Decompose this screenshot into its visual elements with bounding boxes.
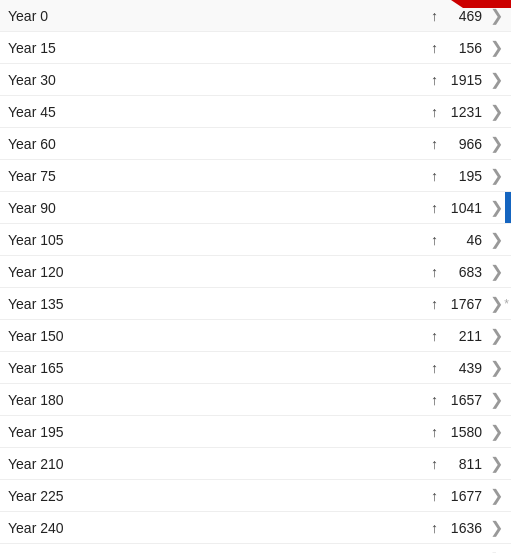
value-number: 1231 [442, 104, 482, 120]
chevron-right-icon: ❯ [490, 134, 503, 153]
value-number: 1677 [442, 488, 482, 504]
year-label: Year 90 [8, 200, 402, 216]
up-arrow-icon: ↑ [431, 488, 438, 504]
chevron-right-icon: ❯ [490, 102, 503, 121]
value-number: 195 [442, 168, 482, 184]
list-item[interactable]: Year 30↑1915❯ [0, 64, 511, 96]
list-item[interactable]: Year 240↑1636❯ [0, 512, 511, 544]
value-section: ↑1580 [402, 424, 482, 440]
list-item[interactable]: Year 210↑811❯ [0, 448, 511, 480]
list-item[interactable]: Year 195↑1580❯ [0, 416, 511, 448]
up-arrow-icon: ↑ [431, 520, 438, 536]
year-label: Year 225 [8, 488, 402, 504]
year-label: Year 240 [8, 520, 402, 536]
value-section: ↑1677 [402, 488, 482, 504]
value-number: 1767 [442, 296, 482, 312]
value-section: ↑1915 [402, 72, 482, 88]
value-number: 1580 [442, 424, 482, 440]
value-number: 811 [442, 456, 482, 472]
up-arrow-icon: ↑ [431, 296, 438, 312]
up-arrow-icon: ↑ [431, 264, 438, 280]
up-arrow-icon: ↑ [431, 72, 438, 88]
year-label: Year 180 [8, 392, 402, 408]
value-section: ↑46 [402, 232, 482, 248]
up-arrow-icon: ↑ [431, 456, 438, 472]
value-section: ↑811 [402, 456, 482, 472]
list-item[interactable]: Year 255↑1584❯ [0, 544, 511, 553]
value-section: ↑439 [402, 360, 482, 376]
chevron-right-icon: ❯ [490, 294, 503, 313]
year-label: Year 105 [8, 232, 402, 248]
value-number: 156 [442, 40, 482, 56]
chevron-right-icon: ❯ [490, 230, 503, 249]
chevron-right-icon: ❯ [490, 390, 503, 409]
chevron-right-icon: ❯ [490, 198, 503, 217]
value-section: ↑683 [402, 264, 482, 280]
value-section: ↑156 [402, 40, 482, 56]
up-arrow-icon: ↑ [431, 40, 438, 56]
list-item[interactable]: Year 45↑1231❯ [0, 96, 511, 128]
year-label: Year 210 [8, 456, 402, 472]
year-label: Year 60 [8, 136, 402, 152]
value-number: 1915 [442, 72, 482, 88]
value-section: ↑469 [402, 8, 482, 24]
chevron-right-icon: ❯ [490, 518, 503, 537]
value-number: 46 [442, 232, 482, 248]
list-item[interactable]: Year 15↑156❯ [0, 32, 511, 64]
value-number: 469 [442, 8, 482, 24]
up-arrow-icon: ↑ [431, 200, 438, 216]
value-number: 1041 [442, 200, 482, 216]
up-arrow-icon: ↑ [431, 392, 438, 408]
up-arrow-icon: ↑ [431, 424, 438, 440]
up-arrow-icon: ↑ [431, 328, 438, 344]
year-label: Year 120 [8, 264, 402, 280]
value-section: ↑1636 [402, 520, 482, 536]
value-section: ↑1041 [402, 200, 482, 216]
list-item[interactable]: Year 180↑1657❯ [0, 384, 511, 416]
value-number: 1657 [442, 392, 482, 408]
year-label: Year 45 [8, 104, 402, 120]
list-item[interactable]: Year 0↑469❯ [0, 0, 511, 32]
value-number: 439 [442, 360, 482, 376]
value-section: ↑966 [402, 136, 482, 152]
rows-list: Year 0↑469❯Year 15↑156❯Year 30↑1915❯Year… [0, 0, 511, 553]
up-arrow-icon: ↑ [431, 104, 438, 120]
year-label: Year 195 [8, 424, 402, 440]
list-item[interactable]: Year 135↑1767❯* [0, 288, 511, 320]
year-label: Year 30 [8, 72, 402, 88]
year-label: Year 150 [8, 328, 402, 344]
list-item[interactable]: Year 105↑46❯ [0, 224, 511, 256]
value-number: 1636 [442, 520, 482, 536]
list-item[interactable]: Year 90↑1041❯ [0, 192, 511, 224]
list-item[interactable]: Year 165↑439❯ [0, 352, 511, 384]
chevron-right-icon: ❯ [490, 454, 503, 473]
value-number: 683 [442, 264, 482, 280]
chevron-right-icon: ❯ [490, 486, 503, 505]
value-section: ↑211 [402, 328, 482, 344]
up-arrow-icon: ↑ [431, 8, 438, 24]
list-item[interactable]: Year 75↑195❯ [0, 160, 511, 192]
value-number: 211 [442, 328, 482, 344]
year-label: Year 0 [8, 8, 402, 24]
year-label: Year 75 [8, 168, 402, 184]
year-label: Year 135 [8, 296, 402, 312]
up-arrow-icon: ↑ [431, 232, 438, 248]
value-section: ↑1767 [402, 296, 482, 312]
chevron-right-icon: ❯ [490, 166, 503, 185]
main-container[interactable]: Year 0↑469❯Year 15↑156❯Year 30↑1915❯Year… [0, 0, 511, 553]
year-label: Year 165 [8, 360, 402, 376]
list-item[interactable]: Year 225↑1677❯ [0, 480, 511, 512]
value-section: ↑1231 [402, 104, 482, 120]
list-item[interactable]: Year 60↑966❯ [0, 128, 511, 160]
value-number: 966 [442, 136, 482, 152]
value-section: ↑195 [402, 168, 482, 184]
up-arrow-icon: ↑ [431, 360, 438, 376]
chevron-right-icon: ❯ [490, 358, 503, 377]
list-item[interactable]: Year 150↑211❯ [0, 320, 511, 352]
chevron-right-icon: ❯ [490, 38, 503, 57]
chevron-right-icon: ❯ [490, 422, 503, 441]
year-label: Year 15 [8, 40, 402, 56]
star-indicator: * [504, 297, 509, 311]
up-arrow-icon: ↑ [431, 136, 438, 152]
list-item[interactable]: Year 120↑683❯ [0, 256, 511, 288]
